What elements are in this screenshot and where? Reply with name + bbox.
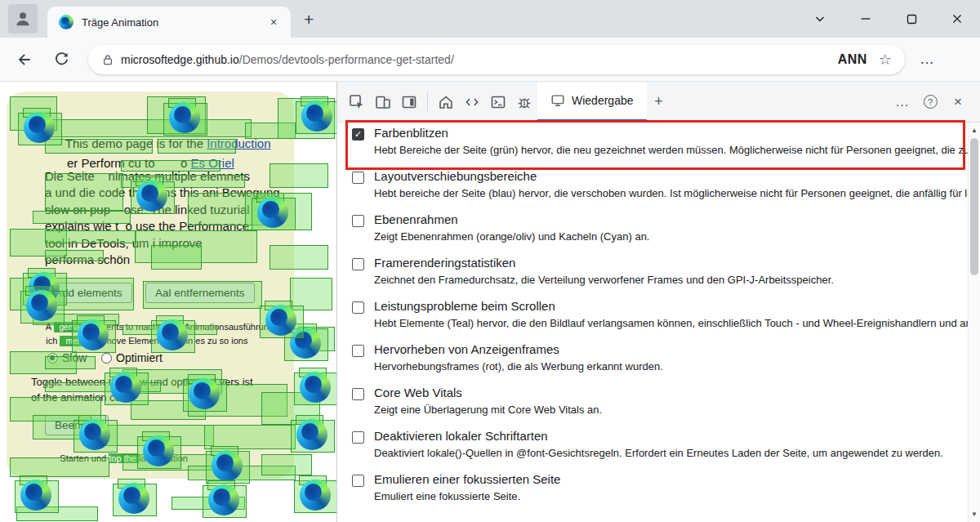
url-host: microsoftedge.github.io [121,53,239,66]
edge-logo [296,419,327,450]
url-text: microsoftedge.github.io/Demos/devtools-p… [121,53,454,66]
devtools-toolbar: Wiedergabe + … ? × [337,82,980,123]
paint-flash-cluster [113,479,160,520]
close-window-button[interactable] [934,0,980,38]
option-description: Zeichnet den Framedurchsatz, die Verteil… [374,274,834,286]
demo-para-line: tool in DeTools, um i improve [45,235,203,252]
paint-flash-cluster [203,480,250,521]
option-description: Hebt Elemente (Teal) hervor, die den Bil… [374,317,980,329]
rendering-option-row: Leistungsprobleme beim Scrollen Hebt Ele… [352,299,960,342]
demo-para-line: a und die code that runs this ani Bewegu… [45,185,280,201]
option-description: Emuliert eine fokussierte Seite. [374,490,560,502]
edge-favicon [59,15,74,29]
address-bar[interactable]: microsoftedge.github.io/Demos/devtools-p… [88,45,905,74]
edge-logo [118,483,149,514]
option-checkbox[interactable] [352,431,364,444]
browser-navbar: microsoftedge.github.io/Demos/devtools-p… [0,38,980,82]
option-checkbox[interactable] [352,258,364,270]
home-tab-icon[interactable] [433,82,459,122]
option-checkbox[interactable] [352,388,364,400]
paint-flash-rect [172,497,245,510]
option-title: Deaktivieren lokaler Schriftarten [374,429,943,444]
refresh-button[interactable] [47,46,75,74]
tab-close-icon[interactable]: × [265,13,283,31]
option-description: Zeigt Ebenenrahmen (orange/oliv) und Kac… [374,230,649,243]
devtools-scrollbar[interactable]: ▲ ▼ [968,123,980,522]
option-description: Hervorhebungsframes (rot), die als Werbu… [374,360,663,373]
tab-rendering[interactable]: Wiedergabe [537,82,647,122]
option-checkbox[interactable]: ✓ [352,128,364,141]
radio-slow-label: Slow [62,351,87,364]
profile-avatar[interactable] [8,4,38,33]
option-title: Emulieren einer fokussierten Seite [374,472,560,487]
remove-elements-button[interactable]: Aal entfernements [145,283,255,303]
option-checkbox[interactable] [352,215,364,227]
devtools-menu-button[interactable]: … [889,94,916,110]
radio-optimized-control[interactable] [101,353,112,364]
option-title: Leistungsprobleme beim Scrollen [374,299,980,314]
radio-slow-control[interactable] [47,353,58,364]
edge-logo [290,328,321,359]
url-path: /Demos/devtools-performance-get-started/ [239,53,454,66]
profile-label[interactable]: ANN [838,52,867,67]
demo-para-line: Die Seite nimates multiple elemnets [45,168,250,185]
scroll-up-icon[interactable]: ▲ [969,124,980,136]
radio-slow[interactable]: Slow [47,351,87,364]
option-title: Layoutverschiebungsbereiche [374,169,980,184]
edge-logo [300,480,331,511]
more-tabs-button[interactable]: + [647,82,671,122]
browser-tab[interactable]: Träge Animation × [47,7,291,38]
console-tab-icon[interactable] [485,82,511,122]
option-description: Hebt bereiche der Seite (blau) hervor, d… [374,187,980,199]
paint-flash-rect [16,506,98,521]
dock-side-icon[interactable] [396,82,422,122]
devtools-close-button[interactable]: × [944,94,972,110]
rendering-options-list: ✓ Farbenblitzen Hebt Bereiche der Seite … [352,126,960,515]
edge-logo [301,100,332,132]
rendering-option-row: Framerenderingstatistiken Zeichnet den F… [352,256,960,299]
sources-tab-icon[interactable] [459,82,485,122]
inspect-element-icon[interactable] [344,82,370,122]
radio-optimized-label: Optimiert [116,351,163,364]
option-title: Ebenenrahmen [374,212,649,227]
option-checkbox[interactable] [352,172,364,184]
paint-flash-rect [290,278,332,310]
browser-menu-button[interactable]: … [920,51,935,68]
debug-bug-icon[interactable] [511,82,537,122]
minimize-button[interactable] [843,0,889,38]
demo-para-line: explains wie t o use the Performance [45,218,249,234]
option-title: Hervorheben von Anzeigenframes [374,342,663,357]
option-title: Framerenderingstatistiken [374,256,834,270]
new-tab-button[interactable]: + [304,10,314,29]
person-icon [14,10,32,28]
paint-flash-cluster [291,415,336,456]
browser-titlebar: Träge Animation × + [0,0,980,38]
rendering-tab-label: Wiedergabe [572,94,634,107]
option-checkbox[interactable] [352,475,364,487]
window-controls [797,0,980,38]
maximize-button[interactable] [889,0,934,38]
favorite-star-icon[interactable]: ☆ [879,51,892,69]
rendering-option-row: Layoutverschiebungsbereiche Hebt bereich… [352,169,960,212]
radio-optimized[interactable]: Optimiert [101,351,163,364]
rendering-option-row: ✓ Farbenblitzen Hebt Bereiche der Seite … [352,126,960,169]
demo-toggle-text-1: Toggle between the slow und optimized ve… [31,374,253,390]
option-title: Farbenblitzen [374,126,980,141]
option-checkbox[interactable] [352,301,364,314]
option-title: Core Web Vitals [374,386,602,400]
paint-flash-cluster [296,96,336,137]
toolbar-divider [427,92,428,112]
scrollbar-thumb[interactable] [970,138,978,275]
add-elements-button[interactable]: Add elements [45,283,132,303]
devtools-help-button[interactable]: ? [916,95,944,109]
device-emulation-icon[interactable] [370,82,396,122]
window-menu-chevron-icon[interactable] [797,0,843,38]
option-checkbox[interactable] [352,345,364,357]
rendering-option-row: Core Web Vitals Zeigt eine Überlagerung … [352,386,960,429]
stop-button[interactable]: Beenden [45,415,109,435]
edge-logo [300,372,331,403]
option-description: Deaktiviert lokale()-Quellen in @font-Ge… [374,447,943,459]
back-button[interactable] [10,46,38,74]
scroll-down-icon[interactable]: ▼ [969,508,980,520]
demo-page: This demo page is for the Introduction e… [0,82,336,522]
